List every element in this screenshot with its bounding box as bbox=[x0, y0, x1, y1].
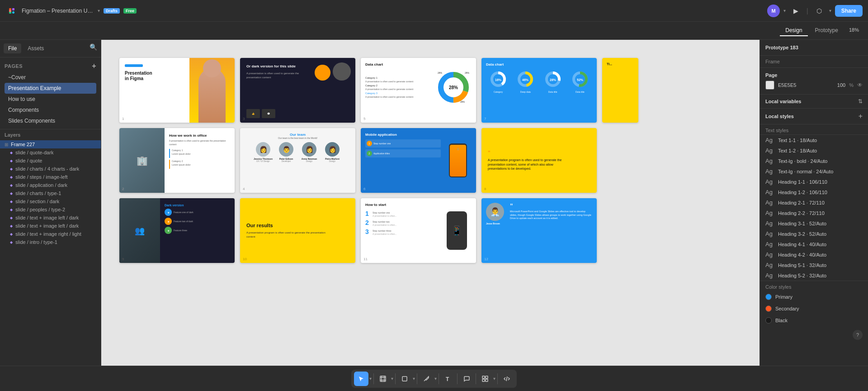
slide-11[interactable]: Our results A presentation program is of… bbox=[240, 198, 355, 263]
text-style-heading-1-2[interactable]: Ag Heading 1-2 · 106/110 bbox=[760, 187, 868, 197]
text-style-heading-4-2[interactable]: Ag Heading 4-2 · 40/Auto bbox=[760, 249, 868, 260]
layer-text-image-right-light[interactable]: ◆ slide / text + image right / light bbox=[0, 230, 101, 238]
text-style-text-1-1[interactable]: Ag Text 1-1 · 18/Auto bbox=[760, 135, 868, 145]
tab-design[interactable]: Design bbox=[780, 25, 807, 36]
page-color-hex[interactable]: E5E5E5 bbox=[778, 82, 828, 88]
slide-5[interactable]: TI... bbox=[602, 58, 638, 123]
slide-9[interactable]: " A presentation program is often used t… bbox=[481, 128, 597, 193]
layer-text-image-left-dark-2[interactable]: ◆ slide / text + image left / dark bbox=[0, 222, 101, 230]
layer-quote[interactable]: ◆ slide / quote bbox=[0, 157, 101, 165]
page-item-slides[interactable]: Slides Components bbox=[5, 115, 96, 126]
pen-tool-chevron[interactable]: ▾ bbox=[434, 376, 437, 381]
help-button[interactable]: ? bbox=[853, 330, 863, 340]
tool-divider-4 bbox=[439, 373, 439, 384]
local-styles-section[interactable]: Local styles + bbox=[760, 109, 868, 124]
prototype-183-section: Prototype 183 bbox=[760, 40, 868, 56]
color-style-primary[interactable]: Primary bbox=[760, 291, 868, 303]
local-styles-label: Local styles bbox=[765, 114, 794, 119]
layer-steps[interactable]: ◆ slide / steps / image-left bbox=[0, 173, 101, 181]
layer-label: slide / quote-dark bbox=[15, 150, 53, 155]
tool-divider-3 bbox=[417, 373, 417, 384]
ag-icon: Ag bbox=[765, 262, 774, 268]
slide-12[interactable]: How to start 1 Step number oneA presenta… bbox=[361, 198, 476, 263]
sidebar-tab-assets[interactable]: Assets bbox=[23, 43, 48, 53]
page-item-cover[interactable]: ~Cover bbox=[5, 72, 96, 83]
add-page-button[interactable]: + bbox=[92, 62, 96, 70]
play-button[interactable]: ▶ bbox=[789, 5, 802, 17]
layer-intro-type1[interactable]: ◆ slide / intro / type-1 bbox=[0, 238, 101, 246]
text-style-heading-3-1[interactable]: Ag Heading 3-1 · 52/Auto bbox=[760, 218, 868, 229]
layer-text-image-left-dark-1[interactable]: ◆ slide / text + image left / dark bbox=[0, 214, 101, 222]
pages-section-header[interactable]: Pages + bbox=[5, 60, 96, 72]
layer-charts-4[interactable]: ◆ slide / charts / 4 charts - dark bbox=[0, 165, 101, 173]
slide-2[interactable]: Or dark version for this slide A present… bbox=[240, 58, 355, 123]
text-style-text-lg-bold[interactable]: Ag Text-lg · bold · 24/Auto bbox=[760, 156, 868, 166]
layer-section-dark[interactable]: ◆ slide / section / dark bbox=[0, 197, 101, 205]
pen-tool-button[interactable] bbox=[419, 372, 434, 386]
color-style-black[interactable]: Black bbox=[760, 315, 868, 326]
page-item-components[interactable]: Components bbox=[5, 105, 96, 115]
page-opacity[interactable]: 100 bbox=[832, 82, 845, 88]
diamond-icon: ◆ bbox=[10, 200, 13, 204]
text-style-text-1-2[interactable]: Ag Text 1-2 · 18/Auto bbox=[760, 145, 868, 156]
ag-icon: Ag bbox=[765, 241, 774, 248]
frame-tool-button[interactable] bbox=[376, 372, 390, 386]
layer-application-dark[interactable]: ◆ slide / application / dark bbox=[0, 181, 101, 189]
layer-frame-227[interactable]: ⊞ Frame 227 bbox=[0, 140, 101, 148]
text-style-heading-4-1[interactable]: Ag Heading 4-1 · 40/Auto bbox=[760, 239, 868, 249]
ag-icon: Ag bbox=[765, 230, 774, 237]
shape-tool-chevron[interactable]: ▾ bbox=[413, 376, 415, 381]
search-button[interactable]: 🔍 bbox=[90, 43, 97, 53]
page-color-swatch[interactable] bbox=[765, 81, 774, 90]
color-style-secondary[interactable]: Secondary bbox=[760, 303, 868, 315]
frame-tool-chevron[interactable]: ▾ bbox=[391, 376, 393, 381]
text-tool-button[interactable]: T bbox=[441, 372, 455, 386]
shape-tool-button[interactable] bbox=[397, 372, 412, 386]
text-style-heading-5-2[interactable]: Ag Heading 5-2 · 32/Auto bbox=[760, 270, 868, 281]
present-button[interactable]: ⬡ bbox=[813, 5, 826, 17]
local-vars-adjust-icon[interactable]: ⇅ bbox=[858, 98, 863, 105]
slide-7[interactable]: Our team Our team is the best team in th… bbox=[240, 128, 355, 193]
sidebar-tab-file[interactable]: File bbox=[4, 43, 21, 53]
layer-charts-type1[interactable]: ◆ slide / charts / type-1 bbox=[0, 189, 101, 197]
local-variables-section[interactable]: Local variables ⇅ bbox=[760, 95, 868, 109]
text-style-heading-2-2[interactable]: Ag Heading 2-2 · 72/110 bbox=[760, 208, 868, 218]
slide-6[interactable]: 🏢 How we work in office A presentation i… bbox=[119, 128, 235, 193]
text-style-heading-5-1[interactable]: Ag Heading 5-1 · 32/Auto bbox=[760, 260, 868, 270]
components-tool-chevron[interactable]: ▾ bbox=[493, 376, 495, 381]
layer-quote-dark[interactable]: ◆ slide / quote-dark bbox=[0, 148, 101, 157]
comment-tool-button[interactable] bbox=[459, 372, 474, 386]
add-style-button[interactable]: + bbox=[859, 112, 863, 120]
text-style-heading-3-2[interactable]: Ag Heading 3-2 · 52/Auto bbox=[760, 229, 868, 239]
components-tool-button[interactable] bbox=[478, 372, 492, 386]
layer-label: Frame 227 bbox=[11, 142, 35, 147]
layers-header[interactable]: Layers bbox=[0, 129, 101, 140]
slide-10[interactable]: 👥 Dark version ★ Feature one of dark ★ bbox=[119, 198, 235, 263]
svg-rect-22 bbox=[380, 376, 386, 381]
eye-icon[interactable]: 👁 bbox=[857, 82, 863, 88]
share-button[interactable]: Share bbox=[835, 5, 863, 17]
app-chevron-icon[interactable]: ▾ bbox=[98, 8, 100, 13]
slide-3[interactable]: Data chart Category 1 A presentation is … bbox=[361, 58, 476, 123]
cursor-tool-chevron[interactable]: ▾ bbox=[369, 376, 372, 381]
tab-prototype[interactable]: Prototype bbox=[810, 25, 844, 36]
page-item-howtouse[interactable]: How to use bbox=[5, 94, 96, 105]
slide-8[interactable]: Mobile application 1 Step number one 2 A… bbox=[361, 128, 476, 193]
text-style-heading-2-1[interactable]: Ag Heading 2-1 · 72/110 bbox=[760, 197, 868, 208]
slide-1[interactable]: Presentationin Figma 1 bbox=[119, 58, 235, 123]
cursor-tool-button[interactable] bbox=[354, 372, 368, 386]
avatar[interactable]: M bbox=[767, 5, 780, 17]
present-chevron-icon[interactable]: ▾ bbox=[829, 8, 831, 13]
slide-4[interactable]: Data chart 16% Category bbox=[481, 58, 597, 123]
canvas[interactable]: Presentationin Figma 1 bbox=[101, 40, 760, 366]
avatar-chevron-icon[interactable]: ▾ bbox=[783, 8, 786, 13]
text-style-name: Text-lg · bold · 24/Auto bbox=[778, 158, 863, 164]
slide-13[interactable]: 👨‍💼 Jesse Brown " Microsoft PowerPoint a… bbox=[481, 198, 597, 263]
code-tool-button[interactable] bbox=[500, 372, 514, 386]
page-item-presentation[interactable]: Presentation Example bbox=[5, 83, 96, 94]
text-style-heading-1-1[interactable]: Ag Heading 1-1 · 106/110 bbox=[760, 176, 868, 187]
text-style-text-lg-normal[interactable]: Ag Text-lg · normal · 24/Auto bbox=[760, 166, 868, 176]
tool-divider-7 bbox=[497, 373, 498, 384]
layer-peoples[interactable]: ◆ slide / peoples / type-2 bbox=[0, 205, 101, 214]
figma-logo[interactable] bbox=[5, 5, 18, 17]
